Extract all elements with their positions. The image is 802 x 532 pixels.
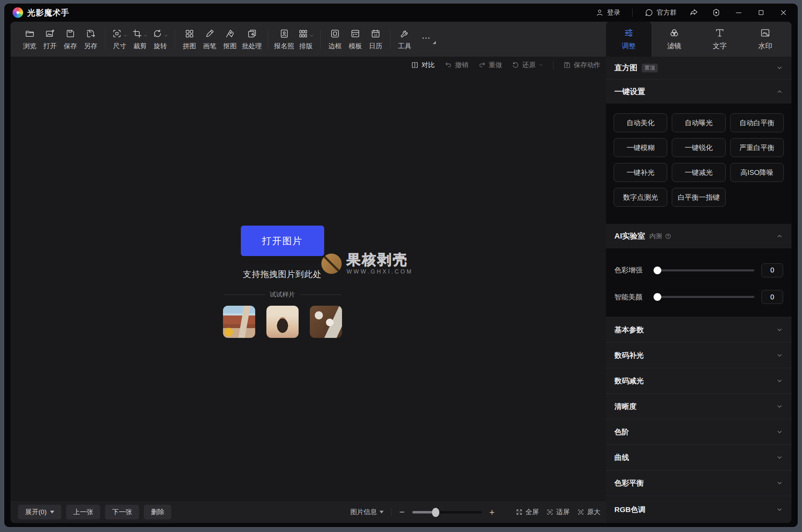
restore-button[interactable]: 还原 [512, 61, 543, 70]
fit-screen-button[interactable]: 适屏 [546, 508, 570, 517]
quick-button-auto-white-balance[interactable]: 自动白平衡 [730, 113, 784, 132]
color-enhance-value[interactable]: 0 [761, 263, 783, 277]
image-info-button[interactable]: 图片信息 [350, 508, 384, 517]
quick-button-one-key-fill-light[interactable]: 一键补光 [614, 163, 667, 182]
bottombar-divider [391, 508, 392, 516]
smart-beauty-value[interactable]: 0 [761, 290, 783, 304]
chevron-up-icon [776, 233, 783, 240]
section-clarity[interactable]: 清晰度 [606, 393, 791, 419]
toolbar-button-save[interactable]: 保存 [60, 28, 81, 51]
zoom-slider[interactable] [412, 511, 482, 513]
sample-thumb-desert-road[interactable] [223, 306, 255, 338]
ai-lab-content: 色彩增强 0 智能美颜 0 [606, 248, 791, 317]
color-enhance-slider-handle[interactable] [654, 267, 661, 274]
smart-beauty-slider[interactable] [654, 296, 754, 298]
undo-button[interactable]: 撤销 [445, 61, 468, 70]
zoom-slider-handle[interactable] [432, 508, 439, 517]
original-size-button[interactable]: 原大 [577, 508, 600, 517]
toolbar-button-more[interactable] [415, 33, 437, 46]
open-image-button[interactable]: 打开图片 [241, 226, 324, 256]
folder-icon [25, 29, 35, 38]
pin-top-badge[interactable]: 置顶 [642, 64, 658, 72]
save-action-button[interactable]: 保存动作 [563, 61, 600, 70]
share-icon [689, 8, 698, 17]
tab-text[interactable]: 文字 [697, 22, 742, 57]
toolbar-button-border[interactable]: 边框 [325, 28, 345, 51]
quick-button-auto-exposure[interactable]: 自动曝光 [672, 113, 725, 132]
official-group-button[interactable]: 官方群 [644, 8, 677, 17]
section-histogram[interactable]: 直方图 置顶 [606, 57, 791, 79]
watermark-title: 果核剥壳 [347, 253, 413, 267]
section-rgb-tone[interactable]: RGB色调 [606, 496, 791, 523]
quick-button-white-balance-one-key[interactable]: 白平衡一指键 [672, 188, 725, 207]
chat-icon [644, 8, 654, 17]
tab-adjust[interactable]: 调整 [606, 22, 651, 57]
section-ai-lab[interactable]: AI实验室 内测 [606, 224, 791, 248]
chevron-down-icon [776, 480, 783, 487]
redo-icon [478, 61, 486, 69]
close-button[interactable] [778, 7, 789, 18]
toolbar-button-batch[interactable]: 批处理 [240, 28, 264, 51]
toolbar-button-id-photo[interactable]: 报名照 [272, 28, 296, 51]
share-button[interactable] [689, 7, 699, 18]
sample-thumb-desk-flatlay[interactable] [310, 306, 342, 338]
section-quick-settings[interactable]: 一键设置 [606, 79, 791, 104]
toolbar-button-layout[interactable]: 排版 [296, 28, 316, 51]
section-basic-params[interactable]: 基本参数 [606, 317, 791, 342]
toolbar-button-rotate[interactable]: 旋转 [150, 28, 170, 51]
toolbar-button-resize[interactable]: 尺寸 [110, 28, 130, 51]
color-enhance-slider[interactable] [654, 269, 754, 271]
zoom-out-button[interactable]: − [399, 507, 405, 518]
sample-thumb-portrait[interactable] [266, 306, 299, 338]
expand-button[interactable]: 展开(0) [18, 505, 61, 519]
section-curves[interactable]: 曲线 [606, 445, 791, 470]
app-logo-icon [13, 7, 23, 18]
zoom-in-button[interactable]: + [489, 507, 495, 518]
maximize-button[interactable] [756, 7, 766, 18]
watermark-icon [760, 28, 770, 38]
pen-cutout-icon [225, 29, 235, 38]
prev-image-button[interactable]: 上一张 [66, 505, 100, 519]
quick-button-high-iso-denoise[interactable]: 高ISO降噪 [730, 163, 784, 182]
dropzone: 打开图片 支持拖拽图片到此处 试试样片 [240, 226, 325, 338]
section-digital-dim-light[interactable]: 数码减光 [606, 368, 791, 393]
close-icon [779, 8, 788, 17]
quick-button-one-key-sharpen[interactable]: 一键锐化 [672, 138, 725, 157]
toolbar-button-crop[interactable]: 裁剪 [130, 28, 150, 51]
compare-button[interactable]: 对比 [411, 61, 435, 70]
quick-button-one-key-dim-light[interactable]: 一键减光 [672, 163, 725, 182]
section-color-balance[interactable]: 色彩平衡 [606, 470, 791, 496]
delete-image-button[interactable]: 删除 [144, 505, 171, 519]
quick-button-severe-white-balance[interactable]: 严重白平衡 [730, 138, 784, 157]
toolbar-button-calendar[interactable]: 12 日历 [365, 28, 386, 51]
login-button[interactable]: 登录 [595, 8, 620, 17]
toolbar-button-template[interactable]: 模板 [345, 28, 365, 51]
compare-icon [411, 61, 419, 69]
user-icon [595, 8, 604, 17]
fullscreen-button[interactable]: 全屏 [516, 508, 539, 517]
toolbar-button-open[interactable]: 打开 [40, 28, 60, 51]
tab-filters[interactable]: 滤镜 [651, 22, 697, 57]
next-image-button[interactable]: 下一张 [105, 505, 139, 519]
toolbar-button-brush[interactable]: 画笔 [200, 28, 220, 51]
id-photo-icon [279, 29, 289, 38]
toolbar-button-save-as[interactable]: 另存 [81, 28, 101, 51]
site-watermark: 果核剥壳 WWW.GHXI.COM [321, 253, 413, 275]
section-digital-fill-light[interactable]: 数码补光 [606, 342, 791, 368]
smart-beauty-slider-handle[interactable] [654, 293, 661, 301]
redo-button[interactable]: 重做 [478, 61, 502, 70]
toolbar-button-cutout[interactable]: 抠图 [220, 28, 240, 51]
panel-tabstrip: 调整 滤镜 文字 [606, 22, 791, 57]
quick-button-one-key-blur[interactable]: 一键模糊 [614, 138, 667, 157]
toolbar-button-collage[interactable]: 拼图 [179, 28, 200, 51]
quick-button-auto-beautify[interactable]: 自动美化 [614, 113, 667, 132]
tab-watermark[interactable]: 水印 [742, 22, 788, 57]
minimize-button[interactable] [733, 7, 744, 18]
quick-button-digital-spot-metering[interactable]: 数字点测光 [614, 188, 667, 207]
section-levels[interactable]: 色阶 [606, 419, 791, 445]
settings-button[interactable] [711, 7, 721, 18]
toolbar-button-tools[interactable]: 工具 [395, 28, 415, 51]
toolbar-button-browse[interactable]: 浏览 [20, 28, 40, 51]
restore-icon [512, 61, 519, 69]
chevron-down-icon [123, 33, 128, 38]
